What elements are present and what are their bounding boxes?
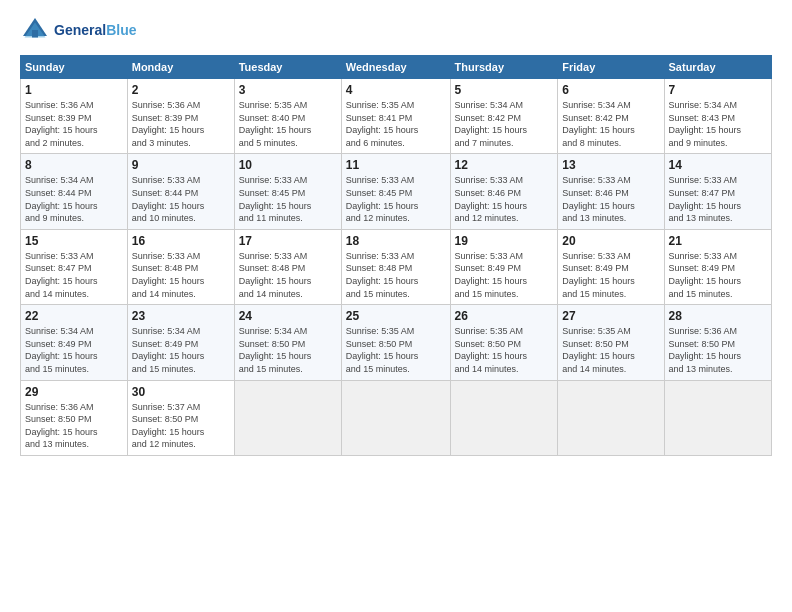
day-info: Sunrise: 5:35 AM Sunset: 8:41 PM Dayligh… [346, 99, 446, 149]
calendar-day-cell: 10Sunrise: 5:33 AM Sunset: 8:45 PM Dayli… [234, 154, 341, 229]
weekday-header-cell: Sunday [21, 56, 128, 79]
day-info: Sunrise: 5:34 AM Sunset: 8:43 PM Dayligh… [669, 99, 767, 149]
day-number: 4 [346, 83, 446, 97]
weekday-header-cell: Monday [127, 56, 234, 79]
weekday-header-cell: Friday [558, 56, 664, 79]
logo-text: GeneralBlue [54, 22, 136, 39]
weekday-header-cell: Wednesday [341, 56, 450, 79]
day-info: Sunrise: 5:33 AM Sunset: 8:45 PM Dayligh… [346, 174, 446, 224]
calendar-day-cell: 5Sunrise: 5:34 AM Sunset: 8:42 PM Daylig… [450, 79, 558, 154]
day-number: 14 [669, 158, 767, 172]
weekday-header-cell: Saturday [664, 56, 771, 79]
day-info: Sunrise: 5:37 AM Sunset: 8:50 PM Dayligh… [132, 401, 230, 451]
day-info: Sunrise: 5:34 AM Sunset: 8:50 PM Dayligh… [239, 325, 337, 375]
day-info: Sunrise: 5:33 AM Sunset: 8:49 PM Dayligh… [669, 250, 767, 300]
calendar-day-cell: 19Sunrise: 5:33 AM Sunset: 8:49 PM Dayli… [450, 229, 558, 304]
day-info: Sunrise: 5:33 AM Sunset: 8:48 PM Dayligh… [239, 250, 337, 300]
calendar-day-cell: 12Sunrise: 5:33 AM Sunset: 8:46 PM Dayli… [450, 154, 558, 229]
calendar-week-row: 22Sunrise: 5:34 AM Sunset: 8:49 PM Dayli… [21, 305, 772, 380]
calendar-day-cell: 4Sunrise: 5:35 AM Sunset: 8:41 PM Daylig… [341, 79, 450, 154]
day-info: Sunrise: 5:36 AM Sunset: 8:50 PM Dayligh… [25, 401, 123, 451]
day-number: 21 [669, 234, 767, 248]
calendar-day-cell: 8Sunrise: 5:34 AM Sunset: 8:44 PM Daylig… [21, 154, 128, 229]
calendar-week-row: 15Sunrise: 5:33 AM Sunset: 8:47 PM Dayli… [21, 229, 772, 304]
day-info: Sunrise: 5:35 AM Sunset: 8:50 PM Dayligh… [346, 325, 446, 375]
calendar-day-cell: 6Sunrise: 5:34 AM Sunset: 8:42 PM Daylig… [558, 79, 664, 154]
day-number: 20 [562, 234, 659, 248]
calendar-week-row: 29Sunrise: 5:36 AM Sunset: 8:50 PM Dayli… [21, 380, 772, 455]
calendar-day-cell: 22Sunrise: 5:34 AM Sunset: 8:49 PM Dayli… [21, 305, 128, 380]
day-info: Sunrise: 5:33 AM Sunset: 8:44 PM Dayligh… [132, 174, 230, 224]
calendar-day-cell: 13Sunrise: 5:33 AM Sunset: 8:46 PM Dayli… [558, 154, 664, 229]
calendar-day-cell: 28Sunrise: 5:36 AM Sunset: 8:50 PM Dayli… [664, 305, 771, 380]
weekday-header-cell: Thursday [450, 56, 558, 79]
day-number: 27 [562, 309, 659, 323]
day-number: 15 [25, 234, 123, 248]
day-info: Sunrise: 5:36 AM Sunset: 8:39 PM Dayligh… [132, 99, 230, 149]
day-number: 22 [25, 309, 123, 323]
calendar-body: 1Sunrise: 5:36 AM Sunset: 8:39 PM Daylig… [21, 79, 772, 456]
day-info: Sunrise: 5:33 AM Sunset: 8:47 PM Dayligh… [25, 250, 123, 300]
day-number: 13 [562, 158, 659, 172]
calendar-day-cell: 30Sunrise: 5:37 AM Sunset: 8:50 PM Dayli… [127, 380, 234, 455]
day-number: 2 [132, 83, 230, 97]
calendar-day-cell: 2Sunrise: 5:36 AM Sunset: 8:39 PM Daylig… [127, 79, 234, 154]
calendar-day-cell: 18Sunrise: 5:33 AM Sunset: 8:48 PM Dayli… [341, 229, 450, 304]
day-info: Sunrise: 5:35 AM Sunset: 8:50 PM Dayligh… [562, 325, 659, 375]
calendar-day-cell [558, 380, 664, 455]
day-info: Sunrise: 5:34 AM Sunset: 8:42 PM Dayligh… [455, 99, 554, 149]
day-number: 16 [132, 234, 230, 248]
logo-icon [20, 15, 50, 45]
day-info: Sunrise: 5:33 AM Sunset: 8:49 PM Dayligh… [562, 250, 659, 300]
calendar-day-cell: 29Sunrise: 5:36 AM Sunset: 8:50 PM Dayli… [21, 380, 128, 455]
header: GeneralBlue [20, 15, 772, 45]
calendar-day-cell: 1Sunrise: 5:36 AM Sunset: 8:39 PM Daylig… [21, 79, 128, 154]
day-number: 17 [239, 234, 337, 248]
calendar-day-cell: 20Sunrise: 5:33 AM Sunset: 8:49 PM Dayli… [558, 229, 664, 304]
calendar-day-cell: 21Sunrise: 5:33 AM Sunset: 8:49 PM Dayli… [664, 229, 771, 304]
weekday-header-row: SundayMondayTuesdayWednesdayThursdayFrid… [21, 56, 772, 79]
weekday-header-cell: Tuesday [234, 56, 341, 79]
day-info: Sunrise: 5:33 AM Sunset: 8:48 PM Dayligh… [346, 250, 446, 300]
day-info: Sunrise: 5:34 AM Sunset: 8:44 PM Dayligh… [25, 174, 123, 224]
day-number: 1 [25, 83, 123, 97]
day-number: 23 [132, 309, 230, 323]
day-info: Sunrise: 5:35 AM Sunset: 8:40 PM Dayligh… [239, 99, 337, 149]
calendar-day-cell: 15Sunrise: 5:33 AM Sunset: 8:47 PM Dayli… [21, 229, 128, 304]
calendar-day-cell: 9Sunrise: 5:33 AM Sunset: 8:44 PM Daylig… [127, 154, 234, 229]
day-number: 3 [239, 83, 337, 97]
day-number: 18 [346, 234, 446, 248]
day-number: 6 [562, 83, 659, 97]
calendar-day-cell [234, 380, 341, 455]
calendar-day-cell: 3Sunrise: 5:35 AM Sunset: 8:40 PM Daylig… [234, 79, 341, 154]
svg-rect-2 [32, 30, 38, 38]
calendar-week-row: 8Sunrise: 5:34 AM Sunset: 8:44 PM Daylig… [21, 154, 772, 229]
calendar-day-cell: 27Sunrise: 5:35 AM Sunset: 8:50 PM Dayli… [558, 305, 664, 380]
day-info: Sunrise: 5:33 AM Sunset: 8:48 PM Dayligh… [132, 250, 230, 300]
calendar-day-cell: 14Sunrise: 5:33 AM Sunset: 8:47 PM Dayli… [664, 154, 771, 229]
calendar-day-cell: 16Sunrise: 5:33 AM Sunset: 8:48 PM Dayli… [127, 229, 234, 304]
day-number: 8 [25, 158, 123, 172]
day-info: Sunrise: 5:33 AM Sunset: 8:49 PM Dayligh… [455, 250, 554, 300]
day-number: 26 [455, 309, 554, 323]
day-number: 9 [132, 158, 230, 172]
day-number: 24 [239, 309, 337, 323]
calendar-day-cell: 25Sunrise: 5:35 AM Sunset: 8:50 PM Dayli… [341, 305, 450, 380]
day-number: 19 [455, 234, 554, 248]
calendar-day-cell: 11Sunrise: 5:33 AM Sunset: 8:45 PM Dayli… [341, 154, 450, 229]
day-info: Sunrise: 5:34 AM Sunset: 8:49 PM Dayligh… [25, 325, 123, 375]
day-number: 29 [25, 385, 123, 399]
day-number: 7 [669, 83, 767, 97]
day-number: 5 [455, 83, 554, 97]
day-info: Sunrise: 5:33 AM Sunset: 8:46 PM Dayligh… [562, 174, 659, 224]
day-info: Sunrise: 5:35 AM Sunset: 8:50 PM Dayligh… [455, 325, 554, 375]
day-number: 25 [346, 309, 446, 323]
calendar-day-cell: 17Sunrise: 5:33 AM Sunset: 8:48 PM Dayli… [234, 229, 341, 304]
calendar-week-row: 1Sunrise: 5:36 AM Sunset: 8:39 PM Daylig… [21, 79, 772, 154]
day-info: Sunrise: 5:36 AM Sunset: 8:50 PM Dayligh… [669, 325, 767, 375]
day-info: Sunrise: 5:33 AM Sunset: 8:46 PM Dayligh… [455, 174, 554, 224]
calendar-day-cell: 7Sunrise: 5:34 AM Sunset: 8:43 PM Daylig… [664, 79, 771, 154]
calendar-day-cell: 26Sunrise: 5:35 AM Sunset: 8:50 PM Dayli… [450, 305, 558, 380]
page: GeneralBlue SundayMondayTuesdayWednesday… [0, 0, 792, 612]
day-number: 28 [669, 309, 767, 323]
